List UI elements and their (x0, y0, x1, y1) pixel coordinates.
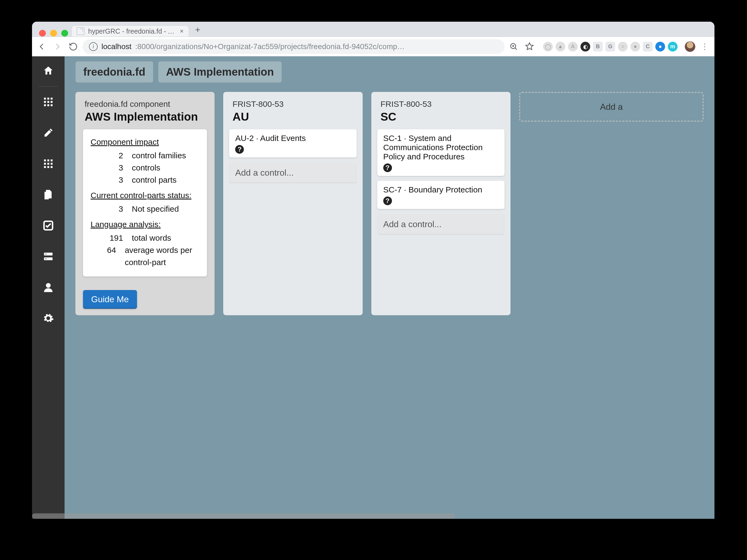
extension-icon[interactable]: ◐ (581, 42, 590, 52)
close-tab-icon[interactable]: × (180, 27, 184, 35)
breadcrumb: freedonia.fd AWS Implementation (75, 61, 703, 83)
url-host: localhost (101, 42, 132, 51)
browser-window: hyperGRC - freedonia.fd - AWS × + i loca… (32, 22, 715, 519)
board: freedonia.fd component AWS Implementatio… (75, 92, 703, 315)
family-standard: FRIST-800-53 (381, 100, 501, 109)
help-icon[interactable]: ? (235, 145, 244, 154)
svg-rect-20 (44, 252, 53, 256)
help-icon[interactable]: ? (383, 196, 392, 205)
summary-header: freedonia.fd component AWS Implementatio… (75, 92, 214, 129)
guide-me-button[interactable]: Guide Me (83, 290, 137, 309)
control-card[interactable]: SC-1 · System and Communications Protect… (377, 129, 505, 176)
svg-rect-6 (51, 101, 53, 103)
svg-rect-15 (51, 163, 53, 165)
control-family-card-au: FRIST-800-53 AU AU-2 · Audit Events ? Ad… (223, 92, 362, 315)
extension-icon[interactable]: G (606, 42, 615, 52)
sidebar-item-files[interactable] (42, 188, 55, 202)
extension-icon[interactable]: ◯ (543, 42, 553, 52)
svg-rect-12 (51, 159, 53, 161)
control-card[interactable]: SC-7 · Boundary Protection ? (377, 181, 505, 209)
zoom-window[interactable] (61, 30, 68, 36)
sidebar-item-edit[interactable] (42, 126, 55, 140)
zoom-indicator-icon[interactable] (507, 40, 520, 53)
summary-supertitle: freedonia.fd component (85, 100, 205, 109)
svg-rect-13 (44, 163, 46, 165)
tab-strip: hyperGRC - freedonia.fd - AWS × + (32, 22, 715, 37)
section-heading: Language analysis: (91, 220, 199, 229)
svg-rect-8 (48, 104, 49, 106)
extension-icon[interactable]: ● (655, 42, 665, 52)
help-icon[interactable]: ? (383, 163, 392, 172)
sidebar-item-apps[interactable] (42, 95, 55, 109)
section-heading: Component impact (91, 137, 199, 146)
control-label: SC-1 · System and Communications Protect… (383, 134, 498, 161)
svg-rect-10 (44, 159, 46, 161)
close-window[interactable] (39, 30, 46, 36)
sidebar-item-home[interactable] (42, 64, 55, 78)
stat-row: 191total words (91, 232, 199, 244)
new-tab-button[interactable]: + (188, 24, 207, 36)
svg-rect-4 (44, 101, 46, 103)
add-control-input[interactable]: Add a control... (377, 214, 505, 235)
sidebar-item-server[interactable] (42, 250, 55, 263)
extension-icon[interactable]: C (643, 42, 652, 52)
sidebar-item-settings[interactable] (42, 312, 55, 325)
nav-back-button[interactable] (35, 40, 48, 53)
svg-point-24 (46, 283, 51, 288)
svg-rect-9 (51, 104, 53, 106)
family-header: FRIST-800-53 AU (223, 92, 362, 129)
svg-rect-16 (44, 166, 46, 168)
site-info-icon[interactable]: i (89, 42, 98, 51)
extension-icon[interactable]: ▲ (556, 42, 565, 52)
family-code: AU (232, 110, 353, 123)
stat-row: 3control parts (91, 174, 199, 186)
svg-rect-3 (51, 98, 53, 100)
sidebar-item-user[interactable] (42, 281, 55, 294)
horizontal-scrollbar[interactable] (32, 513, 455, 519)
extension-icon[interactable]: B (593, 42, 603, 52)
svg-rect-1 (44, 98, 46, 100)
control-label: AU-2 · Audit Events (235, 134, 351, 143)
add-family-card[interactable]: Add a (519, 92, 703, 122)
url-path: :8000/organizations/No+Organizat-7ac559/… (135, 42, 405, 51)
extension-icon[interactable]: A (568, 42, 578, 52)
extension-icon[interactable]: ○ (618, 42, 628, 52)
breadcrumb-component[interactable]: AWS Implementation (158, 61, 282, 83)
svg-rect-18 (51, 166, 53, 168)
bookmark-star-icon[interactable] (523, 40, 536, 53)
page-favicon-icon (77, 27, 84, 35)
family-standard: FRIST-800-53 (232, 100, 353, 109)
svg-point-22 (46, 254, 47, 255)
sidebar-item-grid[interactable] (42, 157, 55, 170)
sidebar-item-check[interactable] (42, 219, 55, 232)
svg-rect-21 (44, 258, 53, 261)
control-card[interactable]: AU-2 · Audit Events ? (229, 129, 356, 158)
svg-rect-7 (44, 104, 46, 106)
section-heading: Current control-parts status: (91, 191, 199, 200)
summary-title: AWS Implementation (85, 110, 205, 123)
breadcrumb-project[interactable]: freedonia.fd (75, 61, 153, 83)
nav-forward-button[interactable] (51, 40, 64, 53)
app-sidebar (32, 56, 65, 519)
minimize-window[interactable] (50, 30, 57, 36)
svg-rect-5 (48, 101, 49, 103)
svg-rect-11 (48, 159, 49, 161)
tab-title: hyperGRC - freedonia.fd - AWS (88, 27, 176, 35)
add-control-input[interactable]: Add a control... (229, 162, 356, 183)
profile-avatar[interactable] (685, 41, 695, 52)
svg-point-23 (46, 258, 47, 259)
browser-tab-active[interactable]: hyperGRC - freedonia.fd - AWS × (72, 26, 188, 36)
app-viewport: freedonia.fd AWS Implementation freedoni… (32, 56, 715, 519)
control-family-card-sc: FRIST-800-53 SC SC-1 · System and Commun… (371, 92, 511, 315)
svg-rect-14 (48, 163, 49, 165)
omnibox[interactable]: i localhost:8000/organizations/No+Organi… (82, 39, 505, 54)
stat-row: 3controls (91, 162, 199, 174)
extension-icon[interactable]: ● (630, 42, 640, 52)
sidebar-divider (38, 86, 58, 86)
nav-reload-button[interactable] (67, 40, 80, 53)
control-label: SC-7 · Boundary Protection (383, 185, 498, 194)
window-controls (37, 25, 72, 36)
extension-icon[interactable]: m (668, 42, 677, 52)
svg-rect-2 (48, 98, 49, 100)
browser-menu-button[interactable]: ⋮ (698, 42, 711, 51)
